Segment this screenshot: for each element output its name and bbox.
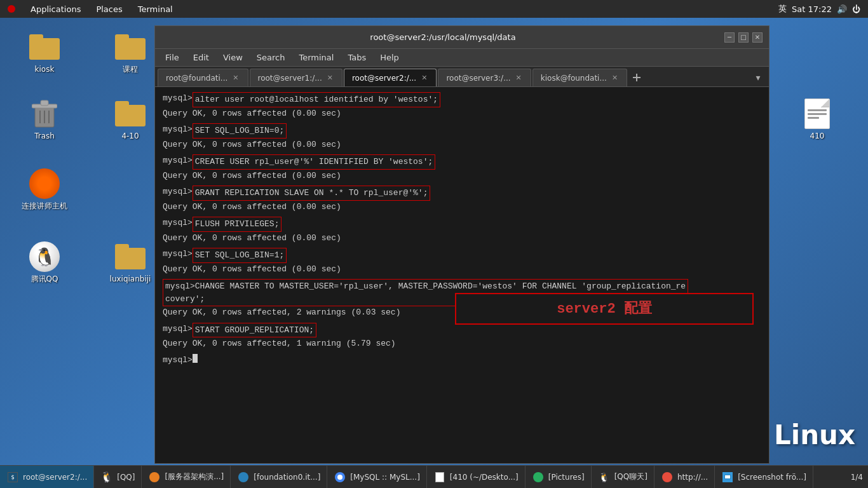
minimize-button[interactable]: ─	[724, 32, 735, 43]
tab-1[interactable]: root@server1:/... ✕	[250, 69, 342, 86]
desktop-icon-qq[interactable]: 🐧 腾讯QQ	[19, 241, 70, 285]
cmd-6: SET SQL_LOG_BIN=1;	[193, 248, 287, 263]
menu-applications[interactable]: Applications	[23, 0, 88, 18]
folder-icon-课程	[115, 32, 146, 62]
desktop-icon-trash[interactable]: Trash	[19, 98, 70, 142]
annotation-server2: server2 配置	[455, 293, 754, 325]
terminal-tabs: root@foundati... ✕ root@server1:/... ✕ r…	[155, 67, 769, 87]
taskbar-screenshot[interactable]: [Screenshot frö...]	[715, 466, 813, 489]
folder-icon-4-10	[115, 98, 146, 129]
top-menubar-left: Applications Places Terminal	[0, 0, 180, 18]
cmd-line-8: mysql> START GROUP_REPLICATION;	[163, 323, 761, 338]
svg-rect-7	[633, 77, 641, 78]
taskbar-pictures[interactable]: [Pictures]	[526, 466, 592, 489]
menu-file[interactable]: File	[159, 50, 186, 66]
prompt-1: mysql>	[163, 92, 193, 107]
taskbar-screenshot-icon	[721, 471, 734, 484]
luxiqianbiji-label: luxiqianbiji	[110, 274, 151, 285]
taskbar-410-doc[interactable]: [410 (~/Deskto...]	[427, 466, 526, 489]
maximize-button[interactable]: □	[738, 32, 749, 43]
desktop-icon-kiosk[interactable]: kiosk	[19, 32, 70, 75]
taskbar-qq-chat[interactable]: 🐧 [QQ聊天]	[592, 466, 654, 489]
output-4: Query OK, 0 rows affected (0.00 sec)	[163, 201, 761, 214]
cmd-8: START GROUP_REPLICATION;	[193, 323, 316, 338]
volume-icon[interactable]: 🔊	[837, 4, 847, 14]
menu-help[interactable]: Help	[374, 50, 405, 66]
power-icon[interactable]: ⏻	[852, 4, 860, 14]
top-menubar: Applications Places Terminal 英 Sat 17:22…	[0, 0, 868, 18]
tab-3[interactable]: root@server3:/... ✕	[438, 69, 531, 86]
prompt-2: mysql>	[163, 123, 193, 139]
tab-4-close[interactable]: ✕	[611, 73, 619, 83]
prompt-6: mysql>	[163, 248, 193, 263]
tab-0[interactable]: root@foundati... ✕	[158, 69, 248, 86]
taskbar-mysql-web-label: [MySQL :: MySL...]	[350, 473, 419, 482]
close-button[interactable]: ✕	[752, 32, 763, 43]
tab-add-button[interactable]	[628, 69, 645, 86]
tab-2-close[interactable]: ✕	[420, 73, 428, 83]
cmd-2: SET SQL_LOG_BIN=0;	[193, 123, 287, 139]
desktop-icon-410[interactable]: 410	[792, 98, 843, 142]
cmd-line-3: mysql> CREATE USER rpl_user@'%' IDENTIFI…	[163, 154, 761, 170]
menu-search[interactable]: Search	[250, 50, 292, 66]
tab-1-close[interactable]: ✕	[326, 73, 334, 83]
tab-0-label: root@foundati...	[166, 74, 227, 83]
app-indicator	[0, 5, 23, 13]
tab-more-button[interactable]: ▾	[750, 69, 766, 86]
connect-icon	[29, 168, 60, 199]
taskbar-terminal-label: root@server2:/...	[23, 473, 87, 482]
trash-label: Trash	[34, 132, 55, 142]
cmd-7-part2: covery';	[165, 294, 205, 304]
cmd-line-4: mysql> GRANT REPLICATION SLAVE ON *.* TO…	[163, 186, 761, 201]
taskbar-qq-chat-label: [QQ聊天]	[614, 471, 648, 482]
output-3: Query OK, 0 rows affected (0.00 sec)	[163, 170, 761, 182]
menu-tabs[interactable]: Tabs	[341, 50, 372, 66]
cmd-line-5: mysql> FLUSH PRIVILEGES;	[163, 217, 761, 232]
menu-edit[interactable]: Edit	[187, 50, 215, 66]
prompt-4: mysql>	[163, 186, 193, 201]
terminal-controls: ─ □ ✕	[724, 32, 763, 43]
folder-icon-luxiqianbiji	[115, 241, 146, 272]
cursor	[193, 354, 198, 363]
taskbar-mysql-web-icon	[334, 471, 346, 484]
trash-icon	[29, 98, 60, 129]
output-5: Query OK, 0 rows affected (0.00 sec)	[163, 232, 761, 245]
kiosk-label: kiosk	[35, 65, 55, 75]
menu-terminal[interactable]: Terminal	[130, 0, 180, 18]
desktop-icon-luxiqianbiji[interactable]: luxiqianbiji	[105, 241, 156, 285]
tab-0-close[interactable]: ✕	[231, 73, 240, 83]
menu-places[interactable]: Places	[88, 0, 130, 18]
terminal-window: root@server2:/usr/local/mysql/data ─ □ ✕…	[154, 25, 770, 464]
taskbar-terminal-icon: $	[6, 471, 19, 484]
menu-view[interactable]: View	[217, 50, 249, 66]
app-dot-icon	[8, 5, 15, 13]
output-8: Query OK, 0 rows affected, 1 warning (5.…	[163, 337, 761, 350]
taskbar-qq[interactable]: 🐧 [QQ]	[94, 466, 142, 489]
desktop-icon-4-10[interactable]: 4-10	[105, 98, 156, 142]
taskbar-http[interactable]: http://...	[654, 466, 715, 489]
taskbar-slides-label: [服务器架构演...]	[165, 471, 224, 482]
desktop: Applications Places Terminal 英 Sat 17:22…	[0, 0, 868, 488]
taskbar-slides-icon	[148, 471, 161, 484]
tab-3-close[interactable]: ✕	[515, 73, 523, 83]
cmd-line-7: mysql> CHANGE MASTER TO MASTER_USER='rpl…	[165, 280, 686, 293]
terminal-content[interactable]: mysql> alter user root@localhost identif…	[155, 87, 769, 463]
taskbar-qq-icon: 🐧	[100, 471, 113, 484]
taskbar-foundation-web[interactable]: [foundation0.it...]	[231, 466, 327, 489]
taskbar: $ root@server2:/... 🐧 [QQ] [服务器架构演...] […	[0, 465, 868, 488]
terminal-title: root@server2:/usr/local/mysql/data	[161, 32, 724, 42]
taskbar-foundation-web-label: [foundation0.it...]	[254, 473, 320, 482]
linux-watermark: Linux	[774, 419, 855, 451]
tab-4[interactable]: kiosk@foundati... ✕	[532, 69, 627, 86]
output-6: Query OK, 0 rows affected (0.00 sec)	[163, 263, 761, 276]
menu-terminal[interactable]: Terminal	[292, 50, 340, 66]
taskbar-slides[interactable]: [服务器架构演...]	[142, 466, 231, 489]
desktop-icon-connect[interactable]: 连接讲师主机	[19, 168, 70, 212]
taskbar-pictures-icon	[532, 471, 545, 484]
tab-2[interactable]: root@server2:/... ✕	[344, 69, 437, 86]
taskbar-terminal[interactable]: $ root@server2:/...	[0, 466, 94, 489]
desktop-icon-课程[interactable]: 课程	[105, 32, 156, 75]
taskbar-mysql-web[interactable]: [MySQL :: MySL...]	[327, 466, 426, 489]
terminal-menubar: File Edit View Search Terminal Tabs Help	[155, 49, 769, 67]
4-10-label: 4-10	[121, 132, 139, 142]
